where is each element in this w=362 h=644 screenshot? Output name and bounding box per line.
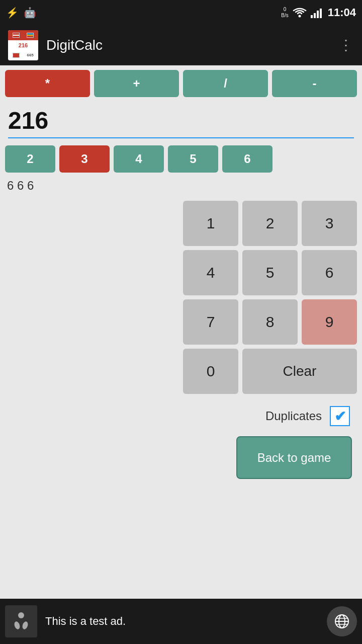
op-subtract[interactable]: - <box>272 70 357 97</box>
status-time: 11:04 <box>328 6 356 19</box>
ad-text: This is a test ad. <box>45 615 319 628</box>
back-to-game-button[interactable]: Back to game <box>236 436 352 479</box>
svg-point-7 <box>22 621 29 630</box>
flag-2 <box>27 33 34 38</box>
op-multiply[interactable]: * <box>5 70 90 97</box>
menu-button[interactable]: ⋮ <box>339 37 354 53</box>
ad-banner: This is a test ad. <box>0 599 362 644</box>
digit-tab-4[interactable]: 4 <box>114 145 164 173</box>
globe-button[interactable] <box>327 606 357 636</box>
svg-point-5 <box>18 612 24 618</box>
num-btn-4[interactable]: 4 <box>183 250 238 295</box>
status-left-icons: ⚡ 🤖 <box>6 7 36 19</box>
op-add[interactable]: + <box>94 70 179 97</box>
digit-tabs: 2 3 4 5 6 <box>0 140 362 176</box>
svg-point-6 <box>14 621 21 630</box>
svg-rect-2 <box>314 13 316 18</box>
app-title: DigitCalc <box>46 37 103 53</box>
num-btn-2[interactable]: 2 <box>242 201 298 246</box>
num-btn-8[interactable]: 8 <box>242 299 298 345</box>
duplicates-row: Duplicates ✔ <box>0 399 362 433</box>
ad-person-icon <box>11 611 31 631</box>
wifi-icon <box>293 7 307 18</box>
num-btn-1[interactable]: 1 <box>183 201 238 246</box>
clear-button[interactable]: Clear <box>242 349 357 394</box>
ad-icon <box>5 605 37 637</box>
flag-1 <box>13 33 20 38</box>
svg-rect-4 <box>320 9 322 18</box>
title-bar: 216 665 DigitCalc ⋮ <box>0 25 362 65</box>
status-bar: ⚡ 🤖 0 B/s 11:04 <box>0 0 362 25</box>
icon-sub: 665 <box>27 53 33 57</box>
display-value: 216 <box>8 107 354 138</box>
digit-tab-5[interactable]: 5 <box>168 145 218 173</box>
numpad-container: 1 2 3 4 5 6 7 8 9 0 Clear <box>0 196 362 399</box>
display-area: 216 <box>0 102 362 140</box>
svg-rect-3 <box>317 11 319 18</box>
num-btn-5[interactable]: 5 <box>242 250 298 295</box>
duplicates-label: Duplicates <box>265 409 322 423</box>
num-btn-6[interactable]: 6 <box>302 250 357 295</box>
op-divide[interactable]: / <box>183 70 268 97</box>
digit-tab-2[interactable]: 2 <box>5 145 55 173</box>
result-display: 6 6 6 <box>0 176 362 196</box>
checkmark-icon: ✔ <box>334 408 346 425</box>
flag-3 <box>13 53 20 58</box>
digit-tab-6[interactable]: 6 <box>222 145 273 173</box>
numpad-left-space <box>5 201 183 394</box>
back-btn-row: Back to game <box>0 433 362 479</box>
icon-number: 216 <box>8 40 38 50</box>
duplicates-checkbox[interactable]: ✔ <box>330 406 350 426</box>
android-icon: 🤖 <box>24 7 36 19</box>
operation-buttons: * + / - <box>0 65 362 102</box>
numpad-grid: 1 2 3 4 5 6 7 8 9 0 Clear <box>183 201 357 394</box>
status-right-info: 0 B/s 11:04 <box>281 6 356 19</box>
network-speed: 0 B/s <box>281 7 288 19</box>
num-btn-7[interactable]: 7 <box>183 299 238 345</box>
globe-icon <box>334 613 350 629</box>
num-btn-9[interactable]: 9 <box>302 299 357 345</box>
usb-icon: ⚡ <box>6 7 19 19</box>
title-left: 216 665 DigitCalc <box>8 30 103 60</box>
app-icon: 216 665 <box>8 30 38 60</box>
num-btn-0[interactable]: 0 <box>183 349 238 394</box>
svg-point-0 <box>298 15 301 18</box>
signal-icon <box>311 7 324 18</box>
svg-rect-1 <box>311 15 313 18</box>
digit-tab-3[interactable]: 3 <box>59 145 110 173</box>
num-btn-3[interactable]: 3 <box>302 201 357 246</box>
